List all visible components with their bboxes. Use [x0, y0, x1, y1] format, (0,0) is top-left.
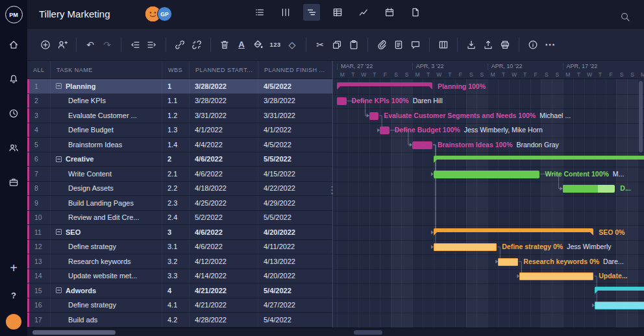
- task-name-cell[interactable]: −SEO: [51, 225, 162, 239]
- task-name-cell[interactable]: Design Assets: [51, 182, 162, 196]
- wbs-cell[interactable]: 4.2: [162, 313, 190, 327]
- wbs-cell[interactable]: 1.2: [162, 108, 190, 123]
- task-name-cell[interactable]: Define strategy: [51, 298, 162, 313]
- task-name-cell[interactable]: Define KPIs: [51, 94, 162, 108]
- avatar-gp[interactable]: GP: [157, 6, 172, 21]
- row-number-cell[interactable]: 6: [27, 152, 51, 167]
- table-row[interactable]: 1−Planning13/28/20224/5/2022: [27, 79, 332, 94]
- unlink-tasks-icon[interactable]: [188, 36, 205, 53]
- gantt-bar-define-budget[interactable]: [380, 126, 390, 134]
- start-date-cell[interactable]: 4/12/2022: [190, 254, 258, 269]
- copy-icon[interactable]: [328, 36, 345, 53]
- finish-date-cell[interactable]: 4/1/2022: [258, 123, 332, 138]
- gantt-bar-adwords-summary[interactable]: [595, 287, 644, 291]
- home-icon[interactable]: [5, 36, 22, 53]
- start-date-cell[interactable]: 4/1/2022: [190, 123, 258, 138]
- table-row[interactable]: 14Update website met...3.34/14/20224/20/…: [27, 269, 332, 284]
- add-icon[interactable]: +: [5, 259, 22, 276]
- table-row[interactable]: 2Define KPIs1.13/28/20223/28/2022: [27, 94, 332, 109]
- row-number-cell[interactable]: 1: [27, 79, 51, 93]
- finish-date-cell[interactable]: 5/4/2022: [258, 283, 332, 298]
- task-name-cell[interactable]: Review and Edit Cre...: [51, 211, 162, 225]
- wbs-cell[interactable]: 1.1: [162, 94, 190, 108]
- start-date-cell[interactable]: 3/31/2022: [190, 108, 258, 123]
- outdent-icon[interactable]: [127, 36, 143, 53]
- comment-icon[interactable]: [407, 36, 424, 53]
- notifications-icon[interactable]: [5, 71, 22, 88]
- export-icon[interactable]: [480, 36, 497, 53]
- wbs-cell[interactable]: 1: [162, 79, 190, 93]
- row-number-cell[interactable]: 17: [27, 313, 51, 327]
- pane-splitter-handle[interactable]: ⋮: [327, 184, 337, 196]
- column-header-all[interactable]: ALL: [27, 61, 51, 78]
- finish-date-cell[interactable]: 5/4/2022: [258, 313, 332, 327]
- print-icon[interactable]: [497, 36, 514, 53]
- wbs-cell[interactable]: 3: [162, 225, 190, 239]
- task-name-cell[interactable]: −Adwords: [51, 283, 162, 298]
- table-row[interactable]: 13Research keywords3.24/12/20224/13/2022: [27, 254, 332, 269]
- collapse-toggle-icon[interactable]: −: [56, 287, 62, 293]
- start-date-cell[interactable]: 4/28/2022: [190, 313, 258, 327]
- finish-date-cell[interactable]: 4/20/2022: [258, 269, 332, 283]
- wbs-cell[interactable]: 1.4: [162, 138, 190, 152]
- start-date-cell[interactable]: 4/21/2022: [190, 283, 258, 298]
- start-date-cell[interactable]: 5/2/2022: [190, 211, 258, 225]
- wbs-cell[interactable]: 3.1: [162, 240, 190, 254]
- row-number-cell[interactable]: 12: [27, 240, 51, 254]
- wbs-cell[interactable]: 2.2: [162, 182, 190, 196]
- attachment-icon[interactable]: [373, 36, 390, 53]
- wbs-cell[interactable]: 2.1: [162, 167, 190, 181]
- row-number-cell[interactable]: 14: [27, 269, 51, 283]
- finish-date-cell[interactable]: 4/5/2022: [258, 79, 332, 93]
- task-name-cell[interactable]: −Creative: [51, 152, 162, 167]
- task-name-cell[interactable]: Write Content: [51, 167, 162, 181]
- search-icon[interactable]: [617, 8, 634, 25]
- gantt-bar-planning-summary[interactable]: [337, 82, 432, 86]
- task-name-cell[interactable]: Define Budget: [51, 123, 162, 138]
- dashboard-view-icon[interactable]: [355, 4, 372, 21]
- collapse-toggle-icon[interactable]: −: [56, 156, 62, 162]
- table-row[interactable]: 17Build ads4.24/28/20225/4/2022: [27, 313, 332, 328]
- notes-icon[interactable]: [390, 36, 407, 53]
- assign-user-icon[interactable]: [54, 36, 71, 53]
- member-avatars[interactable]: GP: [145, 6, 172, 21]
- finish-date-cell[interactable]: 4/11/2022: [258, 240, 332, 254]
- gantt-view-icon[interactable]: [303, 4, 320, 21]
- column-header-planned-start[interactable]: PLANNED START...: [190, 61, 258, 78]
- start-date-cell[interactable]: 4/18/2022: [190, 182, 258, 196]
- number-format-icon[interactable]: 123: [267, 36, 284, 53]
- start-date-cell[interactable]: 4/6/2022: [190, 225, 258, 239]
- start-date-cell[interactable]: 4/14/2022: [190, 269, 258, 283]
- recent-icon[interactable]: [5, 105, 22, 122]
- gantt-h-scrollbar-thumb[interactable]: [354, 330, 382, 335]
- font-icon[interactable]: A: [233, 36, 250, 53]
- link-tasks-icon[interactable]: [171, 36, 188, 53]
- finish-date-cell[interactable]: 3/28/2022: [258, 94, 332, 108]
- start-date-cell[interactable]: 4/21/2022: [190, 298, 258, 313]
- table-row[interactable]: 16Define strategy4.14/21/20224/27/2022: [27, 298, 332, 313]
- finish-date-cell[interactable]: 4/27/2022: [258, 298, 332, 313]
- import-icon[interactable]: [463, 36, 480, 53]
- wbs-cell[interactable]: 3.3: [162, 269, 190, 283]
- wbs-cell[interactable]: 4.1: [162, 298, 190, 313]
- calendar-view-icon[interactable]: [381, 4, 398, 21]
- task-name-cell[interactable]: Evaluate Customer ...: [51, 108, 162, 123]
- finish-date-cell[interactable]: 4/5/2022: [258, 138, 332, 152]
- table-row[interactable]: 9Build Landing Pages2.34/25/20224/29/202…: [27, 196, 332, 211]
- gantt-bar-adwords-define-strategy[interactable]: [595, 302, 644, 309]
- delete-icon[interactable]: [216, 36, 233, 53]
- table-row[interactable]: 3Evaluate Customer ...1.23/31/20223/31/2…: [27, 108, 332, 123]
- add-task-icon[interactable]: [37, 36, 54, 53]
- column-header-planned-finish[interactable]: PLANNED FINISH ...: [258, 61, 332, 78]
- gantt-bar-update-website-metadata[interactable]: [519, 272, 593, 280]
- task-name-cell[interactable]: Build Landing Pages: [51, 196, 162, 210]
- gantt-bar-design-assets[interactable]: [563, 185, 615, 193]
- column-header-task-name[interactable]: TASK NAME: [51, 61, 162, 78]
- finish-date-cell[interactable]: 3/31/2022: [258, 108, 332, 123]
- indent-icon[interactable]: [143, 36, 160, 53]
- gantt-bar-creative-summary[interactable]: [434, 156, 644, 160]
- start-date-cell[interactable]: 4/6/2022: [190, 240, 258, 254]
- row-number-cell[interactable]: 16: [27, 298, 51, 313]
- gantt-bar-evaluate-customer[interactable]: [369, 112, 379, 120]
- undo-icon[interactable]: ↶: [82, 36, 99, 53]
